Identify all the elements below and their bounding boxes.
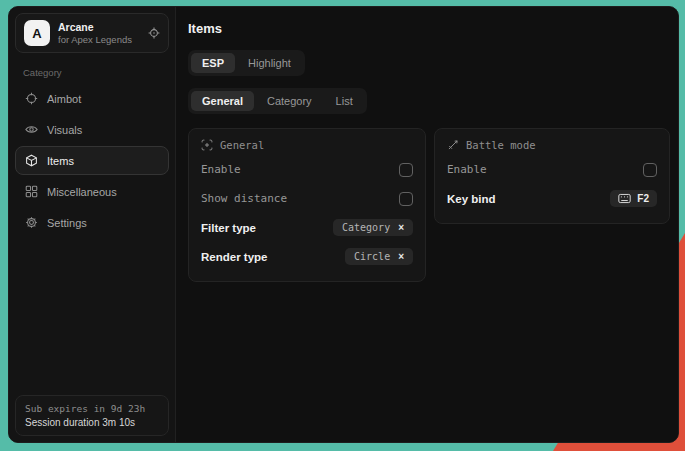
page-title: Items bbox=[188, 21, 670, 36]
row-label: Enable bbox=[201, 163, 241, 176]
subscription-card: Sub expires in 9d 23h Session duration 3… bbox=[15, 395, 169, 436]
sidebar-item-settings[interactable]: Settings bbox=[15, 208, 169, 237]
keyboard-icon bbox=[618, 193, 631, 204]
key-bind-value: F2 bbox=[637, 193, 649, 204]
swords-icon bbox=[447, 139, 459, 151]
brand-text: Arcane for Apex Legends bbox=[58, 21, 140, 46]
tab-list[interactable]: List bbox=[325, 91, 364, 111]
row-key-bind: Key bind bbox=[447, 186, 657, 211]
tab-general[interactable]: General bbox=[191, 91, 254, 111]
brand-logo: A bbox=[24, 20, 50, 46]
sidebar-item-label: Miscellaneous bbox=[47, 186, 117, 198]
sidebar-section-label: Category bbox=[15, 63, 169, 84]
app-window: A Arcane for Apex Legends Category bbox=[8, 6, 679, 443]
scan-icon bbox=[201, 139, 213, 151]
row-battle-enable: Enable bbox=[447, 157, 657, 182]
sidebar-item-label: Aimbot bbox=[47, 93, 81, 105]
row-label: Render type bbox=[201, 251, 267, 263]
row-show-distance: Show distance bbox=[201, 186, 413, 211]
brand-subtitle: for Apex Legends bbox=[58, 34, 140, 46]
cube-icon bbox=[25, 154, 38, 167]
sidebar-item-label: Items bbox=[47, 155, 74, 167]
clear-icon[interactable]: × bbox=[398, 223, 404, 233]
sidebar-item-items[interactable]: Items bbox=[15, 146, 169, 175]
sidebar-item-miscellaneous[interactable]: Miscellaneous bbox=[15, 177, 169, 206]
row-render-type: Render type Circle × bbox=[201, 244, 413, 269]
sidebar: A Arcane for Apex Legends Category bbox=[9, 7, 176, 442]
tab-highlight[interactable]: Highlight bbox=[237, 53, 302, 73]
brand-card: A Arcane for Apex Legends bbox=[15, 13, 169, 53]
sub-expires-text: Sub expires in 9d 23h bbox=[25, 403, 159, 414]
panel-battle-header: Battle mode bbox=[447, 139, 657, 151]
sidebar-item-label: Visuals bbox=[47, 124, 82, 136]
panel-general: General Enable Show distance Filter type… bbox=[188, 128, 426, 282]
battle-enable-checkbox[interactable] bbox=[643, 163, 657, 177]
view-tab-group: General Category List bbox=[188, 88, 367, 114]
session-duration-text: Session duration 3m 10s bbox=[25, 417, 159, 428]
sidebar-spacer bbox=[15, 237, 169, 395]
row-label: Enable bbox=[447, 163, 487, 176]
sidebar-item-aimbot[interactable]: Aimbot bbox=[15, 84, 169, 113]
mode-tab-group: ESP Highlight bbox=[188, 50, 305, 76]
sidebar-item-label: Settings bbox=[47, 217, 87, 229]
tab-esp[interactable]: ESP bbox=[191, 53, 235, 73]
row-enable: Enable bbox=[201, 157, 413, 182]
enable-checkbox[interactable] bbox=[399, 163, 413, 177]
panel-battle-mode: Battle mode Enable Key bind bbox=[434, 128, 670, 224]
eye-icon bbox=[25, 123, 38, 136]
render-type-value: Circle bbox=[354, 251, 390, 262]
desktop: { "colors": { "backdrop_teal": "#55bca8"… bbox=[0, 0, 685, 451]
panel-title: Battle mode bbox=[466, 139, 536, 151]
grid-icon bbox=[25, 185, 38, 198]
row-filter-type: Filter type Category × bbox=[201, 215, 413, 240]
sidebar-nav: Aimbot Visuals Items bbox=[15, 84, 169, 237]
filter-type-value: Category bbox=[342, 222, 390, 233]
crosshair-icon bbox=[25, 92, 38, 105]
panel-title: General bbox=[220, 139, 264, 151]
sidebar-item-visuals[interactable]: Visuals bbox=[15, 115, 169, 144]
row-label: Show distance bbox=[201, 192, 287, 205]
show-distance-checkbox[interactable] bbox=[399, 192, 413, 206]
brand-title: Arcane bbox=[58, 21, 140, 34]
clear-icon[interactable]: × bbox=[398, 252, 404, 262]
panels-row: General Enable Show distance Filter type… bbox=[188, 128, 670, 282]
render-type-select[interactable]: Circle × bbox=[345, 248, 413, 265]
panel-general-header: General bbox=[201, 139, 413, 151]
key-bind-button[interactable]: F2 bbox=[610, 190, 657, 207]
filter-type-select[interactable]: Category × bbox=[333, 219, 413, 236]
row-label: Filter type bbox=[201, 222, 256, 234]
target-icon[interactable] bbox=[148, 27, 160, 39]
row-label: Key bind bbox=[447, 193, 496, 205]
tab-category[interactable]: Category bbox=[256, 91, 323, 111]
main-content: Items ESP Highlight General Category Lis… bbox=[176, 7, 679, 442]
gear-icon bbox=[25, 216, 38, 229]
